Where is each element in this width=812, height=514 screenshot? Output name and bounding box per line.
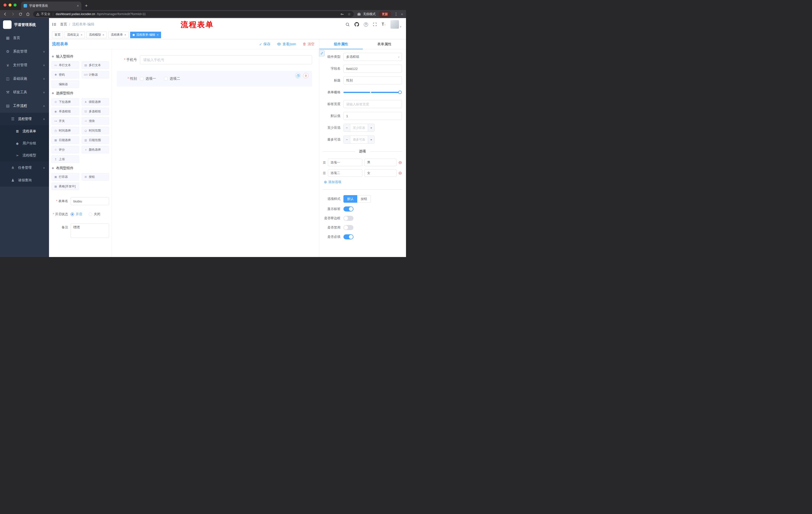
address-bar[interactable]: 不安全 | dashboard.yudao.iocoder.cn /bpm/ma… xyxy=(33,11,354,17)
sidebar-item-system[interactable]: ⚙ 系统管理 ∨ xyxy=(0,45,49,58)
save-button[interactable]: ✓ 保存 xyxy=(259,42,270,47)
decrease-button[interactable]: − xyxy=(344,124,350,132)
increase-button[interactable]: + xyxy=(368,136,374,143)
search-icon[interactable] xyxy=(345,22,350,27)
option-value-input[interactable] xyxy=(364,169,396,177)
palette-item[interactable]: ▦表格[开发中] xyxy=(52,183,79,190)
tab-close-icon[interactable]: × xyxy=(77,4,79,8)
palette-item[interactable]: 123计数器 xyxy=(82,71,109,78)
slider-handle[interactable] xyxy=(398,90,402,94)
palette-item[interactable]: ↥上传 xyxy=(52,155,79,163)
sidebar-item-process-management[interactable]: ☰ 流程管理 ∧ xyxy=(0,113,49,125)
palette-item[interactable]: ▤多行文本 xyxy=(82,61,109,69)
option-value-input[interactable] xyxy=(364,159,396,166)
key-icon[interactable] xyxy=(340,12,344,16)
slider-track[interactable] xyxy=(343,92,400,93)
new-tab-button[interactable]: + xyxy=(85,3,88,8)
tag-process-form[interactable]: 流程表单 × xyxy=(108,32,128,38)
copy-component-button[interactable] xyxy=(295,73,301,78)
palette-item[interactable]: ⊶开关 xyxy=(52,117,79,125)
option-label-input[interactable] xyxy=(328,169,362,177)
security-label[interactable]: 不安全 xyxy=(41,12,51,16)
title-input[interactable] xyxy=(343,77,402,84)
sidebar-item-process-form[interactable]: ≣ 流程表单 xyxy=(0,125,49,137)
sidebar-item-home[interactable]: ▦ 首页 xyxy=(0,31,49,45)
palette-item[interactable]: ◉单选框组 xyxy=(52,108,79,115)
palette-item[interactable]: ⊸滑块 xyxy=(82,117,109,125)
palette-item[interactable]: ☑多选框组 xyxy=(82,108,109,115)
fullscreen-icon[interactable] xyxy=(373,22,377,26)
border-switch[interactable] xyxy=(343,216,353,221)
palette-item[interactable]: ⋔级联选择 xyxy=(82,98,109,106)
sidebar-item-process-model[interactable]: ➢ 流程模型 xyxy=(0,150,49,161)
palette-item[interactable]: ▭单行文本 xyxy=(52,61,79,69)
tag-close-icon[interactable]: × xyxy=(81,33,82,37)
drag-handle-icon[interactable]: ☰ xyxy=(323,161,326,164)
browser-caret-icon[interactable]: ∨ xyxy=(401,12,403,16)
zoom-window-button[interactable] xyxy=(13,3,17,6)
default-value-input[interactable] xyxy=(343,112,402,120)
bookmark-star-icon[interactable]: ☆ xyxy=(347,12,351,16)
palette-item[interactable]: ⊙下拉选择 xyxy=(52,98,79,106)
tag-close-icon[interactable]: × xyxy=(103,33,104,37)
palette-item[interactable]: ◶时间范围 xyxy=(82,127,109,134)
required-switch[interactable] xyxy=(343,234,353,239)
max-select-value[interactable]: 最多可选 xyxy=(350,136,368,143)
palette-item[interactable]: ✱密码 xyxy=(52,71,79,78)
style-default-button[interactable]: 默认 xyxy=(343,195,357,203)
form-grid-slider[interactable] xyxy=(343,88,402,96)
clear-button[interactable]: 清空 xyxy=(302,42,315,47)
phone-input[interactable] xyxy=(140,55,312,64)
breadcrumb-home[interactable]: 首页 xyxy=(60,22,67,27)
palette-item[interactable]: ◷时间选择 xyxy=(52,127,79,134)
tag-process-model[interactable]: 流程模型 × xyxy=(86,32,107,38)
show-label-switch[interactable] xyxy=(343,207,353,212)
palette-item[interactable]: 编辑器 xyxy=(52,80,79,88)
form-canvas[interactable]: 手机号 性别 选项一 xyxy=(112,49,319,257)
tag-close-icon[interactable]: × xyxy=(157,33,158,37)
link-drawer-button[interactable] xyxy=(319,50,325,56)
view-json-button[interactable]: 查看json xyxy=(277,42,296,47)
user-menu[interactable]: ∨ xyxy=(390,20,402,29)
browser-tab[interactable]: 芋道管理系统 × xyxy=(21,1,81,10)
palette-item[interactable]: ▥日期范围 xyxy=(82,136,109,144)
sidebar-item-workflow[interactable]: ▤ 工作流程 ∧ xyxy=(0,99,49,113)
status-off-radio[interactable]: 关闭 xyxy=(89,212,100,217)
sidebar-item-payment[interactable]: ¥ 支付管理 ∨ xyxy=(0,58,49,72)
delete-component-button[interactable] xyxy=(303,73,309,78)
sidebar-item-devtools[interactable]: ⚒ 研发工具 ∨ xyxy=(0,85,49,99)
drag-handle-icon[interactable]: ☰ xyxy=(323,171,326,175)
checkbox-icon[interactable] xyxy=(140,77,143,80)
add-option-button[interactable]: ⊕ 添加选项 xyxy=(324,180,402,184)
label-width-input[interactable] xyxy=(343,100,402,108)
field-name-input[interactable] xyxy=(343,64,402,73)
sidebar-item-user-group[interactable]: ☻ 用户分组 xyxy=(0,137,49,150)
palette-item[interactable]: ▦日期选择 xyxy=(52,136,79,144)
min-select-value[interactable]: 至少应选 xyxy=(350,124,368,132)
checkbox-icon[interactable] xyxy=(164,77,168,80)
checkbox-option-1[interactable]: 选项一 xyxy=(140,77,156,81)
checkbox-option-2[interactable]: 选项二 xyxy=(164,77,180,81)
sidebar-item-infrastructure[interactable]: ◫ 基础设施 ∨ xyxy=(0,72,49,85)
tag-home[interactable]: 首页 xyxy=(52,32,63,38)
tab-component-props[interactable]: 组件属性 xyxy=(319,39,363,49)
back-button[interactable] xyxy=(3,12,7,16)
tag-close-icon[interactable]: × xyxy=(124,33,126,37)
close-window-button[interactable] xyxy=(3,3,6,6)
browser-menu-icon[interactable]: ⋮ xyxy=(394,12,398,16)
forward-button[interactable] xyxy=(10,12,15,16)
tag-process-form-edit[interactable]: 流程表单-编辑 × xyxy=(130,32,161,38)
reload-button[interactable] xyxy=(18,12,23,16)
help-icon[interactable]: ? xyxy=(364,22,368,27)
font-size-icon[interactable]: T↕ xyxy=(382,22,386,27)
palette-item[interactable]: ⊞按钮 xyxy=(82,173,109,181)
tag-process-definition[interactable]: 流程定义 × xyxy=(64,32,85,38)
palette-item[interactable]: ☆评分 xyxy=(52,146,79,154)
palette-item[interactable]: ▣行容器 xyxy=(52,173,79,181)
sidebar-item-leave-query[interactable]: ♟ 请假查询 xyxy=(0,174,49,187)
decrease-button[interactable]: − xyxy=(344,136,350,143)
remove-option-icon[interactable]: ⊖ xyxy=(399,171,402,175)
status-on-radio[interactable]: 开启 xyxy=(70,212,82,217)
sidebar-collapse-icon[interactable] xyxy=(52,22,57,27)
style-button-button[interactable]: 按钮 xyxy=(357,195,371,203)
